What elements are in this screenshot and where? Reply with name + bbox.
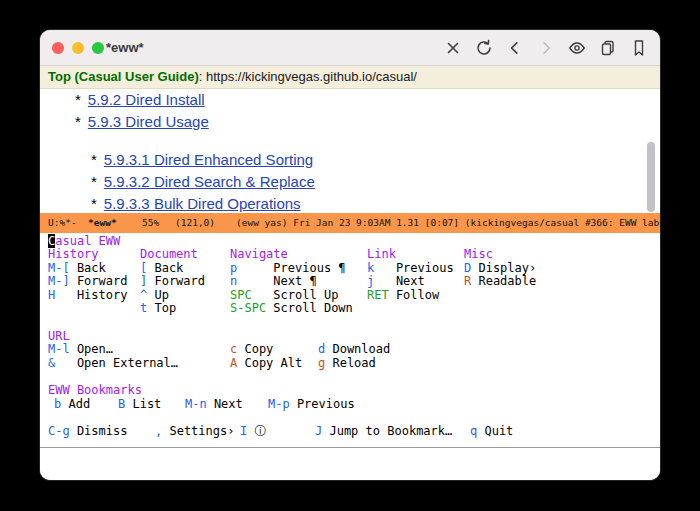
item-label: Open… xyxy=(77,342,113,356)
toolbar-forward-button[interactable] xyxy=(535,37,557,59)
transient-title-text: asual EWW xyxy=(55,234,120,248)
item-display[interactable]: DDisplay› xyxy=(464,262,536,276)
item-bookmark-next[interactable]: M-nNext xyxy=(185,398,243,412)
item-url-copy[interactable]: cCopy xyxy=(230,343,273,357)
forward-icon xyxy=(536,38,556,58)
key-binding: C-g xyxy=(48,425,77,439)
item-quit[interactable]: qQuit xyxy=(470,425,513,439)
toc-line: *5.9.3.3 Bulk Dired Operations xyxy=(91,195,301,212)
transient-group-navigate: Navigate pPrevious ¶ nNext ¶ SPCScroll U… xyxy=(230,248,353,316)
item-history-back[interactable]: M-[Back xyxy=(48,262,127,276)
item-label: Previous ¶ xyxy=(273,261,345,275)
traffic-lights xyxy=(52,42,104,54)
modeline-cursor-position: (121,0) xyxy=(175,213,215,233)
item-label: Settings› xyxy=(169,424,234,438)
item-label: Next ¶ xyxy=(273,274,316,288)
scrollbar-thumb[interactable] xyxy=(647,142,655,212)
item-label: Copy xyxy=(244,342,273,356)
item-url-copy-alt[interactable]: ACopy Alt xyxy=(230,357,302,371)
item-label: Quit xyxy=(484,424,513,438)
toc-line: *5.9.2 Dired Install xyxy=(75,91,205,108)
item-bookmark-add[interactable]: bAdd xyxy=(54,398,90,412)
key-binding: & xyxy=(48,357,77,371)
item-url-open[interactable]: M-lOpen… xyxy=(48,343,113,357)
buffer-content: *5.9.2 Dired Install *5.9.3 Dired Usage … xyxy=(40,89,660,213)
modeline-misc-info: (eww yas) Fri Jan 23 9:03AM 1.31 [0:07] … xyxy=(236,213,660,233)
key-binding: M-l xyxy=(48,343,77,357)
toolbar-close-button[interactable] xyxy=(442,37,464,59)
toc-line: *5.9.3.2 Dired Search & Replace xyxy=(91,173,315,190)
link-dired-install[interactable]: 5.9.2 Dired Install xyxy=(88,91,205,108)
item-history-list[interactable]: HHistory xyxy=(48,289,127,303)
item-label: History xyxy=(77,288,128,302)
key-binding: I xyxy=(240,425,254,439)
item-bookmark-list[interactable]: BList xyxy=(118,398,161,412)
toolbar-bookmark-button[interactable] xyxy=(628,37,650,59)
link-dired-enhanced-sorting[interactable]: 5.9.3.1 Dired Enhanced Sorting xyxy=(104,151,313,168)
key-binding: j xyxy=(367,275,396,289)
link-dired-search-replace[interactable]: 5.9.3.2 Dired Search & Replace xyxy=(104,173,315,190)
key-binding: k xyxy=(367,262,396,276)
key-binding: RET xyxy=(367,289,396,303)
traffic-light-minimize[interactable] xyxy=(72,42,84,54)
link-dired-usage[interactable]: 5.9.3 Dired Usage xyxy=(88,113,209,130)
item-history-forward[interactable]: M-]Forward xyxy=(48,275,127,289)
toolbar-reload-button[interactable] xyxy=(473,37,495,59)
item-document-forward[interactable]: ]Forward xyxy=(140,275,205,289)
info-icon: ⓘ xyxy=(254,424,266,438)
list-bullet: * xyxy=(75,113,81,130)
transient-menu: Casual EWW History M-[Back M-]Forward HH… xyxy=(40,233,660,447)
item-next-paragraph[interactable]: nNext ¶ xyxy=(230,275,353,289)
item-info[interactable]: Iⓘ xyxy=(240,425,266,439)
item-link-previous[interactable]: kPrevious xyxy=(367,262,454,276)
item-label: Top xyxy=(154,301,176,315)
item-document-top[interactable]: tTop xyxy=(140,302,205,316)
group-heading: Misc xyxy=(464,248,536,262)
item-previous-paragraph[interactable]: pPrevious ¶ xyxy=(230,262,353,276)
item-link-next[interactable]: jNext xyxy=(367,275,454,289)
group-heading: Navigate xyxy=(230,248,353,262)
item-scroll-up[interactable]: SPCScroll Up xyxy=(230,289,353,303)
toolbar-back-button[interactable] xyxy=(504,37,526,59)
modeline-buffer-name: *eww* xyxy=(88,213,117,233)
item-document-back[interactable]: [Back xyxy=(140,262,205,276)
item-label: Follow xyxy=(396,288,439,302)
item-dismiss[interactable]: C-gDismiss xyxy=(48,425,127,439)
key-binding: B xyxy=(118,398,132,412)
key-binding: M-] xyxy=(48,275,77,289)
list-bullet: * xyxy=(75,91,81,108)
modeline-status-flags: U:%*- xyxy=(48,213,77,233)
transient-group-misc: Misc DDisplay› RReadable xyxy=(464,248,536,289)
traffic-light-zoom[interactable] xyxy=(92,42,104,54)
key-binding: D xyxy=(464,262,478,276)
item-label: Scroll Up xyxy=(273,288,338,302)
key-binding: J xyxy=(315,425,329,439)
item-download[interactable]: dDownload xyxy=(318,343,390,357)
key-binding: ] xyxy=(140,275,154,289)
item-url-open-external[interactable]: &Open External… xyxy=(48,357,178,371)
link-bulk-dired-operations[interactable]: 5.9.3.3 Bulk Dired Operations xyxy=(104,195,301,212)
item-bookmark-previous[interactable]: M-pPrevious xyxy=(268,398,355,412)
item-link-follow[interactable]: RETFollow xyxy=(367,289,454,303)
item-reload[interactable]: gReload xyxy=(318,357,376,371)
item-jump-to-bookmark[interactable]: JJump to Bookmark… xyxy=(315,425,452,439)
window-title: *eww* xyxy=(106,30,144,65)
key-binding: [ xyxy=(140,262,154,276)
key-binding: SPC xyxy=(230,289,273,303)
item-settings[interactable]: ,Settings› xyxy=(155,425,234,439)
toolbar-copy-button[interactable] xyxy=(597,37,619,59)
group-heading-bookmarks: EWW Bookmarks xyxy=(48,384,142,398)
item-readable[interactable]: RReadable xyxy=(464,275,536,289)
emacs-window: *eww* Top (Casual Us xyxy=(40,30,660,480)
header-separator: : xyxy=(199,69,206,84)
traffic-light-close[interactable] xyxy=(52,42,64,54)
item-document-up[interactable]: ^Up xyxy=(140,289,205,303)
key-binding: A xyxy=(230,357,244,371)
titlebar: *eww* xyxy=(40,30,660,66)
item-label: Copy Alt xyxy=(244,356,302,370)
key-binding: g xyxy=(318,357,332,371)
list-bullet: * xyxy=(91,195,97,212)
item-scroll-down[interactable]: S-SPCScroll Down xyxy=(230,302,353,316)
item-label: Back xyxy=(77,261,106,275)
toolbar-readable-button[interactable] xyxy=(566,37,588,59)
